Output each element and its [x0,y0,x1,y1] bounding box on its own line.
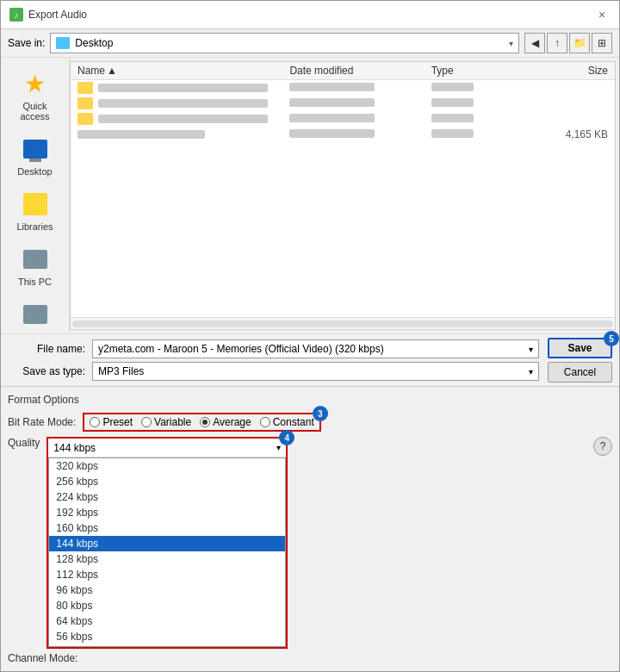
desktop-icon [23,140,47,159]
save-badge: 5 [604,331,619,346]
help-button[interactable]: ? [593,437,612,456]
radio-average-input[interactable] [200,417,210,427]
quality-option[interactable]: 56 kbps [49,629,285,644]
header-name[interactable]: Name ▲ [78,65,289,77]
header-size[interactable]: Size [537,65,608,77]
radio-group: Preset Variable Average Constant [90,416,313,428]
table-row[interactable] [71,96,615,111]
blurred-name [78,130,205,139]
save-button[interactable]: Save 5 [548,338,612,358]
filetype-value: MP3 Files [98,365,529,377]
chevron-down-icon: ▾ [529,367,533,376]
filename-row: File name: y2meta.com - Maroon 5 - Memor… [8,339,539,358]
up-button[interactable]: ↑ [547,33,567,53]
chevron-down-icon: ▾ [276,443,281,452]
file-list: 4,165 KB [71,80,615,317]
back-button[interactable]: ◀ [524,33,545,53]
radio-constant[interactable]: Constant [260,416,314,428]
folder-icon [56,37,70,49]
quality-selected-value[interactable]: 144 kbps ▾ [48,439,286,457]
save-in-combo[interactable]: Desktop ▾ [50,33,519,53]
view-button[interactable]: ⊞ [592,33,612,53]
radio-variable[interactable]: Variable [141,416,191,428]
save-in-row: Save in: Desktop ▾ ◀ ↑ 📁 ⊞ [1,29,619,58]
header-type[interactable]: Type [431,65,537,77]
quality-option[interactable]: 80 kbps [49,598,285,613]
desktop-icon-wrap [22,135,49,163]
sidebar-item-libraries[interactable]: Libraries [4,185,66,237]
channel-mode-label: Channel Mode: [8,652,84,664]
quality-option[interactable]: 64 kbps [49,613,285,629]
quality-option[interactable]: 48 kbps [49,644,285,647]
dialog-title: Export Audio [28,9,87,21]
quality-option[interactable]: 320 kbps [49,458,285,474]
cancel-button[interactable]: Cancel [548,362,612,383]
quality-option[interactable]: 160 kbps [49,520,285,536]
chevron-down-icon: ▾ [509,39,513,48]
sidebar-item-quick-access[interactable]: ★ Quick access [4,65,66,127]
bit-rate-badge: 3 [313,406,328,421]
folder-icon [78,82,93,94]
sidebar-item-label: Quick access [8,101,63,121]
save-in-label: Save in: [8,37,45,49]
quality-badge: 4 [279,430,294,445]
network-icon [23,305,47,324]
quality-selected-text: 144 kbps [53,442,96,454]
this-pc-icon-wrap [22,246,49,273]
libraries-icon [23,193,47,215]
libraries-icon-wrap [22,190,49,218]
export-audio-dialog: ♪ Export Audio × Save in: Desktop ▾ ◀ ↑ … [0,0,620,672]
quality-option[interactable]: 192 kbps [49,505,285,520]
chevron-down-icon: ▾ [529,345,533,354]
filename-value: y2meta.com - Maroon 5 - Memories (Offici… [98,343,529,355]
format-options-title: Format Options [8,394,612,406]
header-date[interactable]: Date modified [289,65,431,77]
quality-dropdown-container: 4 144 kbps ▾ 320 kbps 256 kbps 224 kbps … [46,437,288,649]
quality-option[interactable]: 224 kbps [49,489,285,505]
quality-option[interactable]: 112 kbps [49,567,285,582]
file-size: 4,165 KB [537,128,608,140]
table-row[interactable] [71,111,615,127]
folder-icon [78,97,93,109]
sidebar-item-this-pc[interactable]: This PC [4,240,66,292]
radio-constant-input[interactable] [260,417,270,427]
quality-option[interactable]: 96 kbps [49,582,285,598]
radio-average[interactable]: Average [200,416,251,428]
app-icon: ♪ [9,8,23,22]
sidebar-item-desktop[interactable]: Desktop [4,130,66,182]
sidebar: ★ Quick access Desktop Libraries [1,58,70,333]
quality-option-selected[interactable]: 144 kbps [49,536,285,551]
bit-rate-label: Bit Rate Mode: [8,416,83,428]
quality-option[interactable]: 128 kbps [49,551,285,567]
main-area: ★ Quick access Desktop Libraries [1,58,619,333]
network-icon-wrap [22,301,49,328]
filetype-combo[interactable]: MP3 Files ▾ [92,362,539,381]
title-bar: ♪ Export Audio × [1,1,619,29]
table-row[interactable] [71,80,615,96]
quick-access-icon: ★ [22,70,49,97]
file-list-header: Name ▲ Date modified Type Size [71,62,615,80]
close-button[interactable]: × [593,6,611,23]
sidebar-item-network[interactable]: Network [4,296,66,333]
blurred-name [98,115,268,123]
nav-buttons: ◀ ↑ 📁 ⊞ [524,33,612,53]
sidebar-item-label: This PC [18,277,52,287]
horizontal-scrollbar[interactable] [71,317,615,329]
filetype-row: Save as type: MP3 Files ▾ [8,358,539,381]
radio-preset-input[interactable] [90,417,100,427]
filename-input[interactable]: y2meta.com - Maroon 5 - Memories (Offici… [92,339,539,358]
radio-preset[interactable]: Preset [90,416,133,428]
bit-rate-mode-group: 3 Preset Variable Average [83,413,320,432]
blurred-name [98,84,268,92]
quality-dropdown-list[interactable]: 320 kbps 256 kbps 224 kbps 192 kbps 160 … [48,457,286,647]
new-folder-button[interactable]: 📁 [569,33,590,53]
this-pc-icon [23,250,47,269]
table-row[interactable]: 4,165 KB [71,127,615,142]
quality-label: Quality [8,437,46,449]
scrollbar-track[interactable] [72,320,613,327]
folder-icon [78,113,93,125]
filename-label: File name: [8,343,85,355]
quality-option[interactable]: 256 kbps [49,474,285,489]
radio-variable-input[interactable] [141,417,152,427]
filetype-label: Save as type: [8,365,85,377]
